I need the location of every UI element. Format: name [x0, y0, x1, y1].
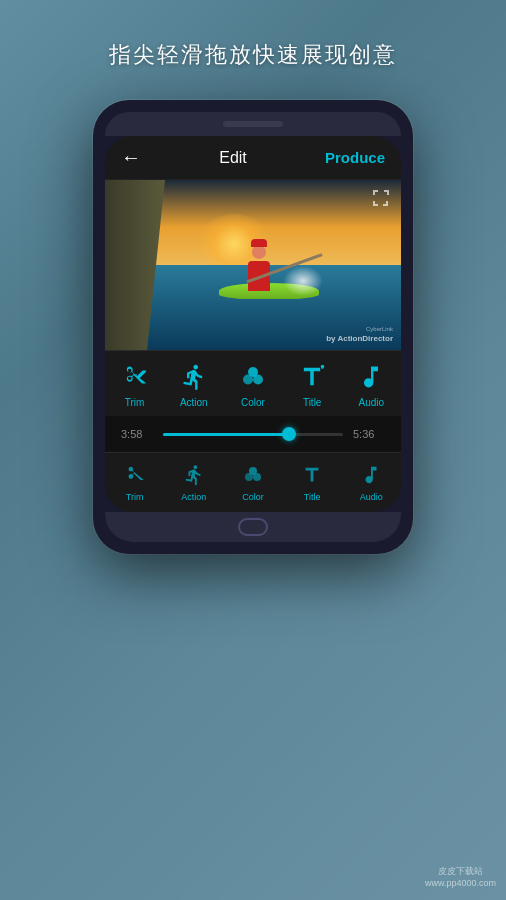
tool-color[interactable]: Color: [228, 361, 278, 408]
bottom-color-label: Color: [242, 492, 264, 502]
kayaker-hat: [251, 239, 267, 247]
tool-bottom-action[interactable]: Action: [171, 461, 216, 502]
app-header: ← Edit Produce: [105, 136, 401, 180]
title-label: Title: [303, 397, 322, 408]
back-button[interactable]: ←: [121, 146, 141, 169]
speaker-bar: [223, 121, 283, 127]
watermark-line1: 皮皮下载站: [425, 865, 496, 878]
svg-point-3: [321, 365, 325, 369]
audio-icon: [355, 361, 387, 393]
bottom-title-icon: [298, 461, 326, 489]
phone-speaker: [105, 112, 401, 136]
audio-label: Audio: [359, 397, 385, 408]
kayaker-head: [252, 245, 266, 259]
phone-outer-frame: ← Edit Produce: [93, 100, 413, 554]
trim-label: Trim: [125, 397, 145, 408]
scrubber-fill: [163, 433, 289, 436]
tool-bottom-trim[interactable]: Trim: [112, 461, 157, 502]
bottom-color-icon: [239, 461, 267, 489]
bottom-trim-label: Trim: [126, 492, 144, 502]
end-time: 5:36: [353, 428, 385, 440]
produce-button[interactable]: Produce: [325, 149, 385, 166]
bottom-toolbar: Trim Action: [105, 452, 401, 512]
bottom-action-icon: [180, 461, 208, 489]
bottom-trim-icon: [121, 461, 149, 489]
main-toolbar: Trim Action: [105, 350, 401, 416]
svg-point-6: [253, 473, 261, 481]
watermark-brand: by ActionDirector: [326, 334, 393, 344]
video-watermark: CyberLink by ActionDirector: [326, 326, 393, 344]
phone-mockup: ← Edit Produce: [93, 100, 413, 554]
svg-point-5: [245, 473, 253, 481]
start-time: 3:58: [121, 428, 153, 440]
svg-point-2: [253, 375, 263, 385]
tool-bottom-audio[interactable]: Audio: [349, 461, 394, 502]
color-icon: [237, 361, 269, 393]
timeline: 3:58 5:36: [105, 416, 401, 452]
scrubber-thumb[interactable]: [282, 427, 296, 441]
kayaker-body: [239, 247, 279, 287]
tool-title[interactable]: Title: [287, 361, 337, 408]
top-headline: 指尖轻滑拖放快速展现创意: [0, 40, 506, 70]
action-icon: [178, 361, 210, 393]
header-title: Edit: [219, 149, 247, 167]
action-label: Action: [180, 397, 208, 408]
phone-screen: ← Edit Produce: [105, 136, 401, 512]
site-watermark: 皮皮下载站 www.pp4000.com: [425, 865, 496, 890]
fullscreen-icon[interactable]: [371, 188, 391, 213]
video-preview[interactable]: CyberLink by ActionDirector: [105, 180, 401, 350]
bottom-action-label: Action: [181, 492, 206, 502]
bottom-audio-label: Audio: [360, 492, 383, 502]
home-button[interactable]: [238, 518, 268, 536]
watermark-line2: www.pp4000.com: [425, 877, 496, 890]
phone-home: [105, 512, 401, 542]
scrubber-track[interactable]: [163, 433, 343, 436]
water-splash: [283, 266, 323, 296]
title-icon: [296, 361, 328, 393]
svg-point-1: [243, 375, 253, 385]
tool-action[interactable]: Action: [169, 361, 219, 408]
tool-audio[interactable]: Audio: [346, 361, 396, 408]
bottom-title-label: Title: [304, 492, 321, 502]
color-label: Color: [241, 397, 265, 408]
trim-icon: [119, 361, 151, 393]
tool-trim[interactable]: Trim: [110, 361, 160, 408]
tool-bottom-color[interactable]: Color: [230, 461, 275, 502]
watermark-cyberlink: CyberLink: [326, 326, 393, 334]
kayak-scene: [105, 180, 401, 350]
bottom-audio-icon: [357, 461, 385, 489]
tool-bottom-title[interactable]: Title: [290, 461, 335, 502]
